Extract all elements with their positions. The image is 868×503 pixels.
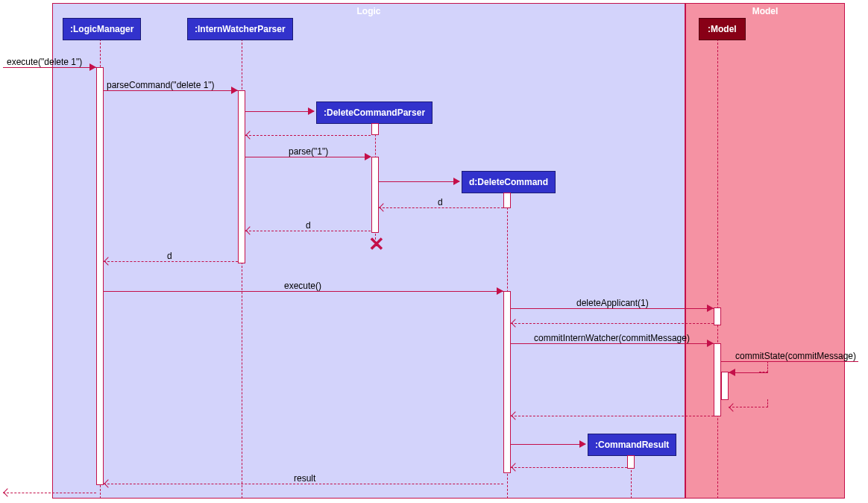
label-parse1: parse("1") bbox=[289, 146, 328, 157]
arrowhead-parse1 bbox=[365, 153, 371, 160]
arrowhead-create-dc bbox=[453, 178, 460, 185]
arrow-result bbox=[104, 484, 503, 484]
label-parsecommand: parseCommand("delete 1") bbox=[107, 80, 215, 90]
label-d2: d bbox=[306, 220, 311, 231]
arrow-parsecommand bbox=[104, 90, 238, 91]
participant-deletecommandparser: :DeleteCommandParser bbox=[316, 101, 433, 124]
label-d1: d bbox=[438, 197, 443, 207]
arrowhead-commitinternwatcher bbox=[707, 340, 714, 347]
activation-model-1 bbox=[714, 307, 721, 325]
arrowhead-parsecommand bbox=[231, 87, 238, 94]
activation-internwatcherparser bbox=[238, 90, 245, 263]
participant-deletecommand: d:DeleteCommand bbox=[462, 171, 556, 193]
participant-commandresult: :CommandResult bbox=[588, 434, 676, 456]
activation-model-3 bbox=[721, 372, 729, 400]
arrow-return-d1 bbox=[379, 207, 503, 208]
activation-dc-2 bbox=[503, 291, 511, 473]
lifeline-model bbox=[717, 39, 718, 499]
destroy-dcp-icon: ✕ bbox=[368, 234, 385, 254]
arrow-execute bbox=[104, 291, 503, 292]
arrow-return-deleteapplicant bbox=[511, 323, 714, 324]
arrow-return-dcp-create bbox=[245, 135, 371, 136]
arrowhead-execute bbox=[497, 287, 503, 295]
arrow-return-d3 bbox=[104, 261, 238, 262]
arrowhead-final-return bbox=[3, 488, 11, 496]
participant-logicmanager: :LogicManager bbox=[63, 18, 141, 40]
arrow-create-dcp bbox=[245, 111, 314, 112]
participant-internwatcherparser: :InternWatcherParser bbox=[187, 18, 293, 40]
arrow-return-d2 bbox=[245, 231, 371, 231]
arrow-create-dc bbox=[379, 181, 459, 182]
activation-dcp-1 bbox=[371, 123, 379, 135]
label-result: result bbox=[294, 473, 315, 484]
arrow-final-return bbox=[3, 493, 96, 493]
selfcall-commitstate bbox=[759, 361, 768, 372]
arrow-create-commandresult bbox=[511, 444, 585, 445]
arrow-commitinternwatcher bbox=[511, 343, 714, 344]
arrowhead-execute-in bbox=[89, 63, 96, 71]
model-frame-label: Model bbox=[686, 6, 844, 16]
arrowhead-deleteapplicant bbox=[707, 304, 714, 312]
arrowhead-create-dcp bbox=[308, 107, 315, 115]
model-frame: Model bbox=[685, 3, 845, 499]
label-execute-delete1: execute("delete 1") bbox=[7, 57, 82, 67]
arrow-deleteapplicant bbox=[511, 308, 714, 309]
label-deleteapplicant: deleteApplicant(1) bbox=[576, 298, 649, 308]
activation-dcp-2 bbox=[371, 157, 379, 233]
arrow-execute-in bbox=[3, 67, 96, 68]
activation-dc-1 bbox=[503, 193, 511, 208]
label-commitstate: commitState(commitMessage) bbox=[735, 351, 856, 361]
label-execute: execute() bbox=[284, 281, 321, 291]
logic-frame-label: Logic bbox=[53, 6, 685, 16]
activation-model-2 bbox=[714, 343, 721, 416]
activation-commandresult bbox=[627, 455, 635, 469]
activation-logicmanager bbox=[96, 67, 104, 485]
arrowhead-create-commandresult bbox=[579, 440, 586, 448]
arrow-return-commandresult bbox=[511, 467, 627, 468]
label-commitinternwatcher: commitInternWatcher(commitMessage) bbox=[534, 333, 690, 343]
arrowhead-commitstate-in bbox=[729, 369, 735, 376]
label-d3: d bbox=[167, 251, 172, 261]
arrow-parse1 bbox=[245, 157, 371, 157]
arrow-commitstate-out bbox=[721, 361, 858, 362]
participant-model: :Model bbox=[699, 18, 746, 40]
arrow-return-commitiw bbox=[511, 416, 714, 416]
